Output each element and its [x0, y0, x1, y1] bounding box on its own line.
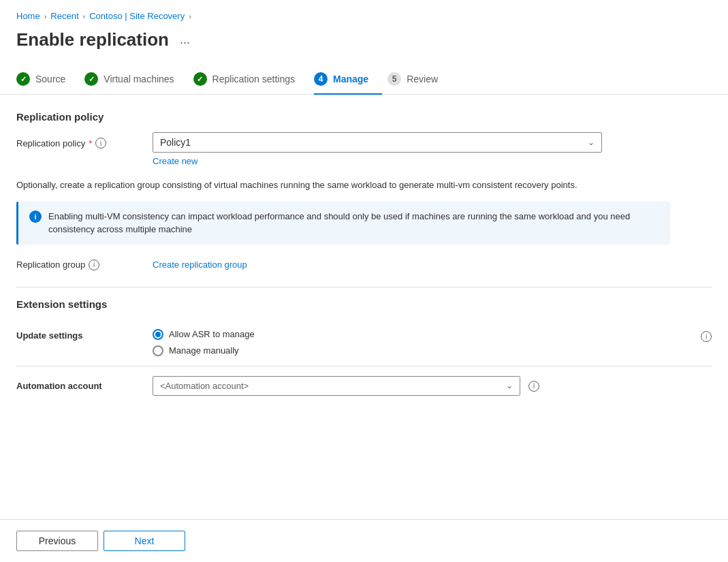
- info-banner: i Enabling multi-VM consistency can impa…: [16, 202, 670, 245]
- required-indicator: *: [89, 138, 92, 149]
- breadcrumb-recent[interactable]: Recent: [50, 11, 78, 21]
- info-banner-text: Enabling multi-VM consistency can impact…: [48, 210, 659, 236]
- allow-asr-label: Allow ASR to manage: [169, 329, 255, 339]
- update-settings-row: Update settings Allow ASR to manage Mana…: [16, 319, 712, 366]
- step-replication-settings[interactable]: Replication settings: [193, 64, 308, 94]
- automation-account-info-icon[interactable]: i: [528, 381, 539, 392]
- page-title: Enable replication: [16, 29, 169, 50]
- step-source-label: Source: [35, 74, 65, 84]
- allow-asr-radio[interactable]: [153, 329, 163, 340]
- create-replication-group-link[interactable]: Create replication group: [153, 260, 247, 270]
- replication-policy-row: Replication policy * i Policy1 ⌄ Create …: [16, 132, 712, 166]
- breadcrumb-home[interactable]: Home: [16, 11, 40, 21]
- steps-row: Source Virtual machines Replication sett…: [0, 64, 728, 95]
- create-new-link[interactable]: Create new: [153, 156, 197, 166]
- step-review-label: Review: [407, 74, 438, 84]
- allow-asr-option[interactable]: Allow ASR to manage: [153, 329, 701, 340]
- ellipsis-button[interactable]: ...: [176, 31, 194, 48]
- step-rep-icon: [193, 72, 207, 86]
- main-content: Replication policy Replication policy * …: [0, 111, 728, 405]
- breadcrumb: Home › Recent › Contoso | Site Recovery …: [0, 0, 728, 27]
- replication-policy-info-icon[interactable]: i: [95, 138, 106, 149]
- step-virtual-machines[interactable]: Virtual machines: [84, 64, 187, 94]
- breadcrumb-sep-3: ›: [189, 12, 191, 20]
- automation-account-label: Automation account: [16, 381, 153, 391]
- info-banner-icon: i: [29, 210, 42, 223]
- step-source[interactable]: Source: [16, 64, 79, 94]
- step-rep-label: Replication settings: [212, 74, 295, 84]
- breadcrumb-sep-2: ›: [83, 12, 86, 20]
- automation-account-value: <Automation account>: [160, 381, 249, 391]
- replication-policy-section-label: Replication policy: [16, 111, 712, 123]
- step-vm-icon: [84, 72, 98, 86]
- automation-dropdown-chevron-icon: ⌄: [506, 381, 513, 390]
- section-divider: [16, 287, 712, 287]
- footer: Previous Next: [0, 519, 728, 562]
- replication-group-row: Replication group i Create replication g…: [16, 260, 712, 270]
- manage-manually-radio[interactable]: [153, 345, 163, 356]
- update-settings-info: i: [701, 329, 712, 343]
- step-manage-icon: 4: [314, 72, 328, 86]
- manage-manually-option[interactable]: Manage manually: [153, 345, 701, 356]
- replication-policy-dropdown[interactable]: Policy1 ⌄: [153, 132, 602, 153]
- update-settings-controls: Allow ASR to manage Manage manually: [153, 329, 701, 356]
- replication-policy-label: Replication policy * i: [16, 132, 153, 149]
- step-manage[interactable]: 4 Manage: [314, 64, 382, 94]
- extension-settings-label: Extension settings: [16, 298, 712, 310]
- replication-policy-control: Policy1 ⌄ Create new: [153, 132, 712, 166]
- step-vm-label: Virtual machines: [104, 74, 174, 84]
- next-button[interactable]: Next: [104, 531, 185, 551]
- step-review[interactable]: 5 Review: [387, 64, 452, 94]
- step-manage-label: Manage: [333, 74, 368, 84]
- automation-account-dropdown[interactable]: <Automation account> ⌄: [153, 376, 520, 396]
- replication-group-label: Replication group i: [16, 260, 153, 270]
- previous-button[interactable]: Previous: [16, 531, 98, 551]
- replication-group-info-icon[interactable]: i: [89, 260, 99, 270]
- page-title-row: Enable replication ...: [0, 27, 728, 64]
- step-source-icon: [16, 72, 30, 86]
- replication-policy-value: Policy1: [160, 137, 191, 148]
- breadcrumb-sep-1: ›: [44, 12, 47, 20]
- breadcrumb-contoso[interactable]: Contoso | Site Recovery: [89, 11, 185, 21]
- description-text: Optionally, create a replication group c…: [16, 178, 670, 192]
- update-settings-info-icon[interactable]: i: [701, 331, 712, 342]
- update-settings-label: Update settings: [16, 329, 153, 341]
- step-review-icon: 5: [387, 72, 401, 86]
- manage-manually-label: Manage manually: [169, 345, 239, 356]
- automation-account-row: Automation account <Automation account> …: [16, 366, 712, 405]
- dropdown-chevron-icon: ⌄: [588, 138, 595, 147]
